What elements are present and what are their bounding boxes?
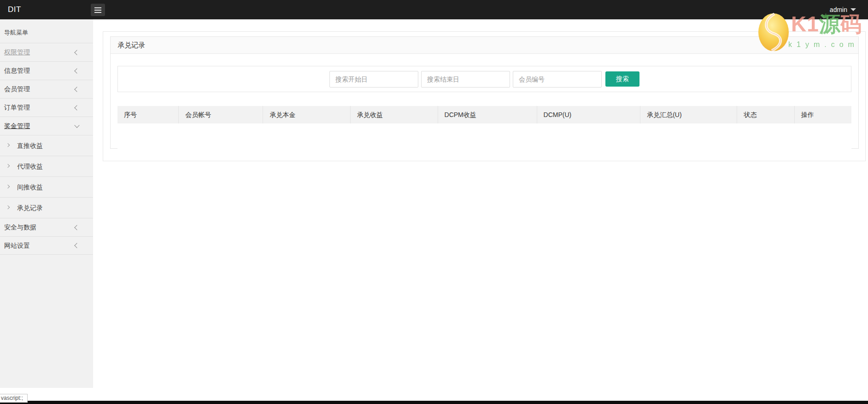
sidebar: 导航菜单 权限管理 信息管理 会员管理 订单管理 奖金管理 直推收益 代理收益 … — [0, 19, 93, 388]
col-header-actions: 操作 — [794, 106, 851, 123]
search-button[interactable]: 搜索 — [605, 71, 639, 87]
sidebar-item-information[interactable]: 信息管理 — [0, 61, 93, 80]
col-header-income: 承兑收益 — [350, 106, 438, 123]
col-header-principal: 承兑本金 — [263, 106, 350, 123]
col-header-status: 状态 — [737, 106, 794, 123]
chevron-left-icon — [74, 68, 79, 73]
search-start-date-input[interactable] — [329, 71, 418, 88]
link-status-tooltip: vascript:; — [0, 394, 28, 403]
sidebar-subitem-indirect-income[interactable]: 间推收益 — [0, 176, 93, 197]
chevron-left-icon — [74, 87, 79, 92]
chevron-left-icon — [74, 50, 79, 55]
content-card: 承兑记录 搜索 序号 会员帐号 承兑本金 承兑收益 DCPM收益 DCMP( — [103, 31, 866, 161]
sidebar-item-site-settings[interactable]: 网站设置 — [0, 236, 93, 255]
acceptance-records-panel: 承兑记录 搜索 序号 会员帐号 承兑本金 承兑收益 DCPM收益 DCMP( — [110, 36, 859, 149]
sidebar-item-orders[interactable]: 订单管理 — [0, 98, 93, 117]
hamburger-icon — [94, 7, 101, 8]
user-menu[interactable]: admin — [830, 0, 856, 19]
chevron-right-icon — [6, 143, 10, 147]
table-empty-body — [117, 123, 851, 149]
main-content: 承兑记录 搜索 序号 会员帐号 承兑本金 承兑收益 DCPM收益 DCMP( — [93, 19, 868, 404]
col-header-index: 序号 — [117, 106, 178, 123]
chevron-right-icon — [6, 185, 10, 188]
chevron-right-icon — [6, 164, 10, 168]
sidebar-toggle-button[interactable] — [91, 4, 105, 16]
table-header-row: 序号 会员帐号 承兑本金 承兑收益 DCPM收益 DCMP(U) 承兑汇总(U)… — [117, 106, 851, 123]
caret-down-icon — [850, 8, 856, 11]
hamburger-icon — [94, 10, 101, 11]
sidebar-subitem-direct-income[interactable]: 直推收益 — [0, 135, 93, 156]
sidebar-subitem-agent-income[interactable]: 代理收益 — [0, 156, 93, 176]
panel-body: 搜索 序号 会员帐号 承兑本金 承兑收益 DCPM收益 DCMP(U) 承兑汇总… — [111, 54, 858, 149]
search-toolbar: 搜索 — [117, 66, 851, 92]
records-table: 序号 会员帐号 承兑本金 承兑收益 DCPM收益 DCMP(U) 承兑汇总(U)… — [117, 106, 851, 149]
user-name: admin — [830, 6, 847, 13]
col-header-member-account: 会员帐号 — [178, 106, 263, 123]
sidebar-item-security-data[interactable]: 安全与数据 — [0, 218, 93, 236]
panel-title: 承兑记录 — [111, 37, 858, 54]
chevron-right-icon — [6, 205, 10, 209]
sidebar-item-members[interactable]: 会员管理 — [0, 80, 93, 98]
col-header-dcmp-u: DCMP(U) — [537, 106, 640, 123]
sidebar-subitem-acceptance-records[interactable]: 承兑记录 — [0, 197, 93, 218]
topbar: DIT admin — [0, 0, 868, 19]
chevron-left-icon — [74, 105, 79, 110]
bottom-edge-bar — [0, 401, 868, 404]
col-header-dcpm-income: DCPM收益 — [438, 106, 537, 123]
chevron-left-icon — [74, 243, 79, 248]
sidebar-header: 导航菜单 — [0, 19, 93, 43]
member-number-input[interactable] — [513, 71, 602, 88]
sidebar-item-permissions[interactable]: 权限管理 — [0, 43, 93, 61]
chevron-down-icon — [74, 123, 79, 128]
hamburger-icon — [94, 12, 101, 13]
sidebar-item-bonus[interactable]: 奖金管理 — [0, 117, 93, 135]
app-logo: DIT — [8, 0, 21, 19]
col-header-total-u: 承兑汇总(U) — [640, 106, 737, 123]
search-end-date-input[interactable] — [421, 71, 510, 88]
chevron-left-icon — [74, 225, 79, 230]
